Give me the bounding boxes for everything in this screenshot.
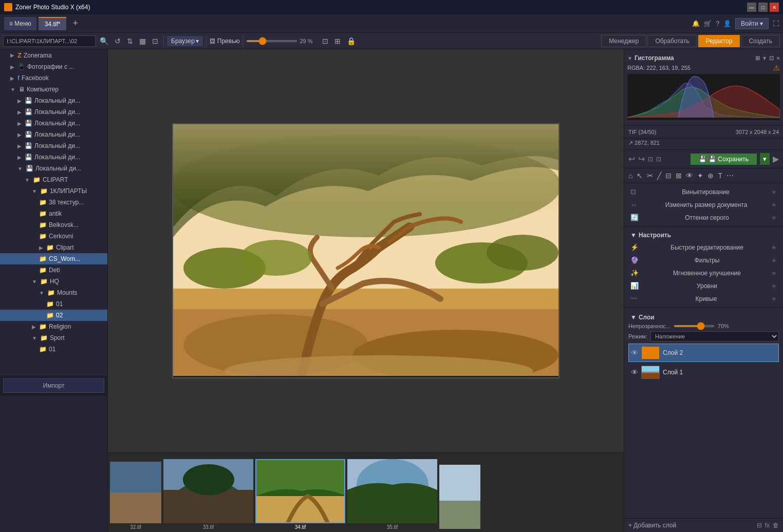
sidebar-item-local5[interactable]: ▶ 💾 Локальный ди... — [0, 140, 107, 151]
menu-button[interactable]: ≡ Меню — [4, 17, 36, 30]
title-bar-controls[interactable]: — □ ✕ — [747, 3, 779, 12]
home-tool[interactable]: ⌂ — [627, 170, 633, 181]
sidebar-item-religion[interactable]: ▶ 📁 Religion — [0, 321, 107, 332]
perspective-tool[interactable]: ⊟ — [664, 170, 673, 181]
thumbnail-item[interactable]: 34.tif — [255, 459, 345, 530]
sidebar-item-cswom[interactable]: 📁 CS_Wom... — [0, 253, 107, 264]
clone-tool[interactable]: ⊠ — [675, 170, 683, 181]
thumbnail-item[interactable] — [439, 465, 480, 530]
sidebar-item-local4[interactable]: ▶ 💾 Локальный ди... — [0, 129, 107, 140]
sidebar-item-1clipart[interactable]: ▼ 📁 1КЛИПАРТЫ — [0, 185, 107, 197]
sidebar-item-local1[interactable]: ▶ 💾 Локальный ди... — [0, 95, 107, 106]
star-icon[interactable]: ★ — [771, 295, 777, 302]
expand-icon[interactable]: ⛶ — [773, 20, 779, 27]
sidebar-item-belkovsk[interactable]: 📁 Belkovsk... — [0, 219, 107, 231]
edit-item-levels[interactable]: 📊 Уровни ★ — [628, 279, 779, 292]
sidebar-item-clipart2[interactable]: ▶ 📁 Clipart — [0, 242, 107, 253]
sidebar-item-local6[interactable]: ▶ 💾 Локальный ди... — [0, 151, 107, 163]
active-tab[interactable]: 34.tif* — [39, 17, 67, 30]
sidebar-item-clipart[interactable]: ▼ 📁 CLIPART — [0, 174, 107, 185]
more-tools[interactable]: ⋯ — [725, 170, 735, 181]
share-button[interactable]: ⊡ — [150, 35, 160, 47]
sidebar-item-deti[interactable]: 📁 Deti — [0, 264, 107, 276]
minimize-button[interactable]: — — [747, 3, 756, 12]
collapse-icon[interactable]: ▼ — [627, 55, 632, 61]
thumbnail-item[interactable]: 33.tif — [163, 459, 253, 530]
cart-icon[interactable]: 🛒 — [704, 20, 712, 27]
sidebar-item-photos[interactable]: ▶ 📱 Фотографии с ... — [0, 61, 107, 72]
filter-button[interactable]: ▦ — [137, 35, 148, 47]
crop-tool[interactable]: ✂ — [646, 170, 654, 181]
star-icon[interactable]: ★ — [771, 188, 777, 196]
collapse-icon[interactable]: ▼ — [630, 314, 637, 321]
edit-item-vignetting[interactable]: ⊡ Виньетирование ★ — [628, 185, 779, 198]
sidebar-item-cerkovni[interactable]: 📁 Cerkovni — [0, 231, 107, 242]
histogram-close-icon[interactable]: × — [777, 55, 780, 62]
cursor-tool[interactable]: ↖ — [636, 170, 644, 181]
save-dropdown-button[interactable]: ▾ — [760, 153, 770, 165]
star-icon[interactable]: ★ — [771, 244, 777, 251]
manager-tab[interactable]: Менеджер — [601, 35, 646, 47]
sidebar-item-computer[interactable]: ▼ 🖥 Компьютер — [0, 84, 107, 95]
browser-button[interactable]: Браузер ▾ — [167, 36, 203, 46]
text-tool[interactable]: T — [717, 170, 723, 181]
thumbnail-item[interactable]: 32.tif — [110, 462, 161, 530]
edit-item-filters[interactable]: 🔮 Фильтры ★ — [628, 254, 779, 267]
histogram-arrow-icon[interactable]: ▾ — [763, 55, 766, 62]
opacity-slider[interactable] — [674, 325, 715, 327]
search-button[interactable]: 🔍 — [98, 35, 110, 47]
histogram-sync-icon[interactable]: ⊞ — [755, 55, 760, 62]
import-button[interactable]: Импорт — [3, 378, 104, 393]
login-button[interactable]: Войти ▾ — [735, 18, 769, 29]
sidebar-item-01[interactable]: 📁 01 — [0, 298, 107, 310]
sidebar-item-antik[interactable]: 📁 antik — [0, 208, 107, 219]
sidebar-item-hq[interactable]: ▼ 📁 HQ — [0, 276, 107, 287]
redeye-tool[interactable]: ⊕ — [706, 170, 715, 181]
sidebar-item-mounts[interactable]: ▼ 📁 Mounts — [0, 287, 107, 298]
layer-item-2[interactable]: 👁 Слой 2 — [628, 344, 779, 362]
sidebar-item-local7[interactable]: ▼ 💾 Локальный ди... — [0, 163, 107, 174]
zoom-fit-button[interactable]: ⊡ — [320, 35, 330, 47]
sidebar-item-sport[interactable]: ▼ 📁 Sport — [0, 332, 107, 344]
sidebar-item-38tex[interactable]: 📁 38 текстур... — [0, 197, 107, 208]
collapse-icon[interactable]: ▼ — [630, 232, 637, 239]
editor-tab[interactable]: Редактор — [698, 35, 740, 47]
paste-button[interactable]: ⊡ — [656, 156, 661, 163]
sidebar-item-zonerama[interactable]: ▶ Z Zonerama — [0, 49, 107, 61]
heal-tool[interactable]: ✦ — [696, 170, 704, 181]
image-view[interactable] — [108, 49, 624, 452]
straighten-tool[interactable]: ╱ — [656, 170, 662, 181]
preview-button[interactable]: Превью — [217, 37, 240, 45]
undo-button[interactable]: ↩ — [628, 154, 635, 164]
copy-button[interactable]: ⊡ — [648, 156, 653, 163]
sidebar-item-sport01[interactable]: 📁 01 — [0, 344, 107, 355]
sidebar-item-02[interactable]: 📁 02 — [0, 310, 107, 321]
edit-item-resize[interactable]: ↔ Изменить размер документа ★ — [628, 198, 779, 211]
blend-mode-select[interactable]: Наложение — [650, 331, 779, 341]
notification-icon[interactable]: 🔔 — [692, 20, 700, 27]
layer-visibility-icon[interactable]: 👁 — [631, 368, 638, 376]
refresh-button[interactable]: ↺ — [113, 35, 123, 47]
sort-button[interactable]: ⇅ — [125, 35, 135, 47]
add-layer-button[interactable]: + Добавить слой — [628, 522, 676, 529]
edit-item-enhance[interactable]: ✨ Мгновенное улучшение ★ — [628, 267, 779, 279]
star-icon[interactable]: ★ — [771, 257, 777, 264]
eye-tool[interactable]: 👁 — [685, 170, 694, 181]
zoom-1to1-button[interactable]: ⊞ — [332, 35, 343, 47]
lock-button[interactable]: 🔒 — [345, 35, 358, 47]
star-icon[interactable]: ★ — [771, 214, 777, 221]
star-icon[interactable]: ★ — [771, 201, 777, 208]
process-tab[interactable]: Обработать — [647, 35, 697, 47]
redo-button[interactable]: ↪ — [638, 154, 645, 164]
maximize-button[interactable]: □ — [758, 3, 768, 12]
arrow-right-button[interactable]: ▶ — [773, 154, 779, 164]
histogram-options-icon[interactable]: ⊡ — [769, 55, 774, 62]
delete-layer-icon[interactable]: 🗑 — [773, 522, 779, 529]
star-icon[interactable]: ★ — [771, 282, 777, 290]
create-tab[interactable]: Создать — [741, 35, 780, 47]
user-icon[interactable]: 👤 — [723, 20, 731, 27]
sidebar-item-local3[interactable]: ▶ 💾 Локальный ди... — [0, 118, 107, 129]
sidebar-item-local2[interactable]: ▶ 💾 Локальный ди... — [0, 106, 107, 118]
edit-item-grayscale[interactable]: 🔄 Оттенки серого ★ — [628, 211, 779, 224]
thumbnail-item[interactable]: 35.tif — [347, 459, 437, 530]
